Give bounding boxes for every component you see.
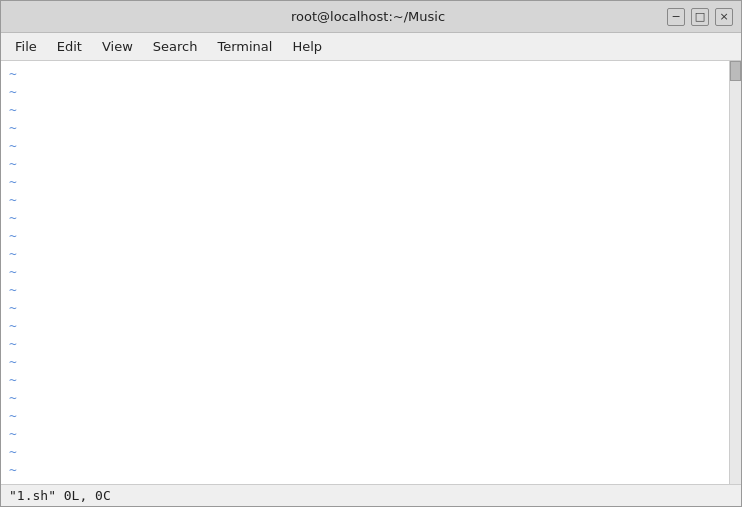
editor-empty-line-12: ~ (1, 281, 741, 299)
menu-help[interactable]: Help (282, 35, 332, 58)
editor-empty-line-7: ~ (1, 191, 741, 209)
editor-empty-line-17: ~ (1, 371, 741, 389)
editor-empty-line-15: ~ (1, 335, 741, 353)
editor-empty-line-11: ~ (1, 263, 741, 281)
window: root@localhost:~/Music − □ × File Edit V… (0, 0, 742, 507)
menu-file[interactable]: File (5, 35, 47, 58)
menu-terminal[interactable]: Terminal (207, 35, 282, 58)
scrollbar[interactable] (729, 61, 741, 484)
editor-empty-line-5: ~ (1, 155, 741, 173)
menu-bar: File Edit View Search Terminal Help (1, 33, 741, 61)
editor-empty-line-21: ~ (1, 443, 741, 461)
editor-content[interactable]: ~ ~ ~ ~ ~ ~ ~ ~ ~ ~ ~ ~ ~ ~ ~ ~ ~ ~ ~ ~ … (1, 61, 741, 484)
minimize-button[interactable]: − (667, 8, 685, 26)
editor-empty-line-10: ~ (1, 245, 741, 263)
editor-empty-line-14: ~ (1, 317, 741, 335)
editor-empty-line-4: ~ (1, 137, 741, 155)
menu-view[interactable]: View (92, 35, 143, 58)
editor-empty-line-22: ~ (1, 461, 741, 479)
editor-container[interactable]: ~ ~ ~ ~ ~ ~ ~ ~ ~ ~ ~ ~ ~ ~ ~ ~ ~ ~ ~ ~ … (1, 61, 741, 484)
editor-empty-line-9: ~ (1, 227, 741, 245)
editor-empty-line-3: ~ (1, 119, 741, 137)
editor-empty-line-8: ~ (1, 209, 741, 227)
editor-empty-line-1: ~ (1, 83, 741, 101)
title-bar: root@localhost:~/Music − □ × (1, 1, 741, 33)
editor-empty-line-16: ~ (1, 353, 741, 371)
status-bar: "1.sh" 0L, 0C (1, 484, 741, 506)
maximize-button[interactable]: □ (691, 8, 709, 26)
editor-empty-line-13: ~ (1, 299, 741, 317)
editor-empty-line-0: ~ (1, 65, 741, 83)
editor-empty-line-2: ~ (1, 101, 741, 119)
title-bar-controls: − □ × (667, 8, 733, 26)
menu-edit[interactable]: Edit (47, 35, 92, 58)
editor-empty-line-20: ~ (1, 425, 741, 443)
editor-empty-line-23: ~ (1, 479, 741, 484)
close-button[interactable]: × (715, 8, 733, 26)
editor-empty-line-6: ~ (1, 173, 741, 191)
editor-empty-line-19: ~ (1, 407, 741, 425)
editor-empty-line-18: ~ (1, 389, 741, 407)
status-text: "1.sh" 0L, 0C (9, 488, 111, 503)
scrollbar-thumb[interactable] (730, 61, 741, 81)
menu-search[interactable]: Search (143, 35, 208, 58)
window-title: root@localhost:~/Music (69, 9, 667, 24)
